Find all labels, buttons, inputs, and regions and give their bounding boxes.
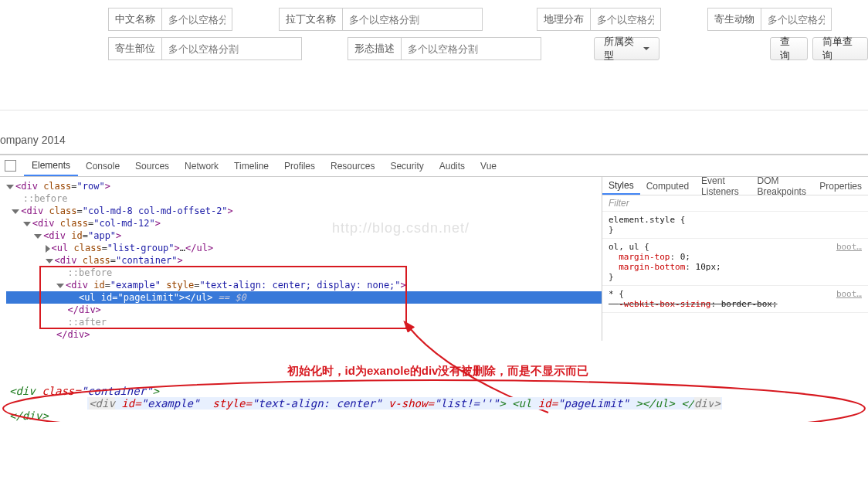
devtools-tabs: Elements Console Sources Network Timelin… bbox=[0, 155, 868, 177]
devtools-panel: Elements Console Sources Network Timelin… bbox=[0, 154, 868, 341]
dom-line[interactable]: <div class="col-md-12"> bbox=[6, 217, 602, 229]
tab-vue[interactable]: Vue bbox=[473, 155, 504, 176]
source-code-block: <div class="container"> <div id="example… bbox=[9, 385, 859, 422]
dom-line[interactable]: ::before bbox=[6, 267, 602, 279]
styles-tab-listeners[interactable]: Event Listeners bbox=[695, 177, 751, 195]
search-form: 中文名称 拉丁文名称 地理分布 寄生动物 寄生部位 形态描述 bbox=[0, 0, 868, 63]
tab-security[interactable]: Security bbox=[382, 155, 431, 176]
styles-tabs: Styles Computed Event Listeners DOM Brea… bbox=[602, 177, 868, 195]
simple-search-button[interactable]: 简单查询 bbox=[812, 37, 868, 60]
label-host-animal: 寄生动物 bbox=[708, 8, 761, 30]
form-row-1: 中文名称 拉丁文名称 地理分布 寄生动物 bbox=[0, 5, 868, 34]
code-line: <div id="example" style="text-align: cen… bbox=[9, 397, 859, 410]
css-rule[interactable]: boot… * { -webkit-box-sizing: border-box… bbox=[602, 286, 868, 313]
footer-text: ompany 2014 bbox=[0, 110, 868, 154]
input-host-animal[interactable] bbox=[761, 8, 831, 30]
label-geo: 地理分布 bbox=[537, 8, 591, 30]
search-button[interactable]: 查询 bbox=[770, 37, 808, 60]
form-row-2: 寄生部位 形态描述 所属类型 查询 简单查询 bbox=[0, 34, 868, 63]
dom-line-selected[interactable]: <ul id="pageLimit"></ul> == $0 bbox=[6, 291, 602, 304]
styles-filter[interactable]: Filter bbox=[602, 195, 868, 212]
field-cn-name: 中文名称 bbox=[108, 8, 232, 31]
styles-tab-dombp[interactable]: DOM Breakpoints bbox=[751, 177, 814, 195]
dom-line[interactable]: <div id="example" style="text-align: cen… bbox=[6, 279, 602, 291]
tab-profiles[interactable]: Profiles bbox=[276, 155, 323, 176]
input-latin-name[interactable] bbox=[343, 8, 482, 30]
dom-line[interactable]: <div id="app"> bbox=[6, 229, 602, 242]
styles-tab-props[interactable]: Properties bbox=[813, 177, 868, 195]
input-morph[interactable] bbox=[402, 38, 541, 59]
field-host-part: 寄生部位 bbox=[108, 37, 302, 60]
type-dropdown-label: 所属类型 bbox=[604, 35, 641, 63]
dom-line[interactable]: <div class="container"> bbox=[6, 254, 602, 267]
input-geo[interactable] bbox=[591, 8, 660, 30]
css-rule[interactable]: boot… ol, ul { margin-top: 0; margin-bot… bbox=[602, 239, 868, 286]
tab-timeline[interactable]: Timeline bbox=[226, 155, 276, 176]
button-group: 查询 简单查询 bbox=[770, 37, 868, 60]
dom-line[interactable]: <div class="row"> bbox=[6, 180, 602, 192]
label-cn-name: 中文名称 bbox=[109, 8, 162, 30]
css-rule[interactable]: element.style { } bbox=[602, 212, 868, 239]
field-host-animal: 寄生动物 bbox=[707, 8, 832, 31]
dom-line[interactable]: <div class="col-md-8 col-md-offset-2"> bbox=[6, 205, 602, 217]
label-latin-name: 拉丁文名称 bbox=[280, 8, 343, 30]
field-geo: 地理分布 bbox=[537, 8, 661, 31]
code-line: <div class="container"> bbox=[9, 385, 859, 397]
dom-line[interactable]: ::before bbox=[6, 192, 602, 205]
tab-console[interactable]: Console bbox=[78, 155, 127, 176]
tab-network[interactable]: Network bbox=[177, 155, 226, 176]
type-dropdown[interactable]: 所属类型 bbox=[594, 37, 660, 60]
dom-line[interactable]: ::after bbox=[6, 316, 602, 328]
styles-tab-computed[interactable]: Computed bbox=[640, 177, 695, 195]
dom-tree[interactable]: http://blog.csdn.net/ <div class="row"> … bbox=[0, 177, 602, 341]
annotation-text: 初始化时，id为exanole的div没有被删除，而是不显示而已 bbox=[0, 341, 868, 383]
tab-resources[interactable]: Resources bbox=[323, 155, 382, 176]
styles-panel: Styles Computed Event Listeners DOM Brea… bbox=[602, 177, 868, 341]
input-cn-name[interactable] bbox=[162, 8, 232, 30]
inspect-icon[interactable] bbox=[5, 160, 16, 172]
field-latin-name: 拉丁文名称 bbox=[279, 8, 483, 31]
tab-audits[interactable]: Audits bbox=[432, 155, 473, 176]
dom-line[interactable]: </div> bbox=[6, 304, 602, 316]
chevron-down-icon bbox=[643, 47, 649, 50]
tab-elements[interactable]: Elements bbox=[24, 155, 78, 176]
devtools-body: http://blog.csdn.net/ <div class="row"> … bbox=[0, 177, 868, 341]
code-line: </div> bbox=[9, 410, 859, 422]
tab-sources[interactable]: Sources bbox=[127, 155, 177, 176]
input-host-part[interactable] bbox=[162, 38, 301, 59]
styles-tab-styles[interactable]: Styles bbox=[602, 177, 640, 195]
dom-line[interactable]: <ul class="list-group">…</ul> bbox=[6, 242, 602, 254]
label-host-part: 寄生部位 bbox=[109, 38, 162, 59]
css-source-link[interactable]: boot… bbox=[836, 289, 862, 299]
label-morph: 形态描述 bbox=[348, 38, 402, 59]
field-morph: 形态描述 bbox=[348, 37, 541, 60]
dom-line[interactable]: </div> bbox=[6, 328, 602, 341]
css-source-link[interactable]: boot… bbox=[836, 242, 862, 252]
